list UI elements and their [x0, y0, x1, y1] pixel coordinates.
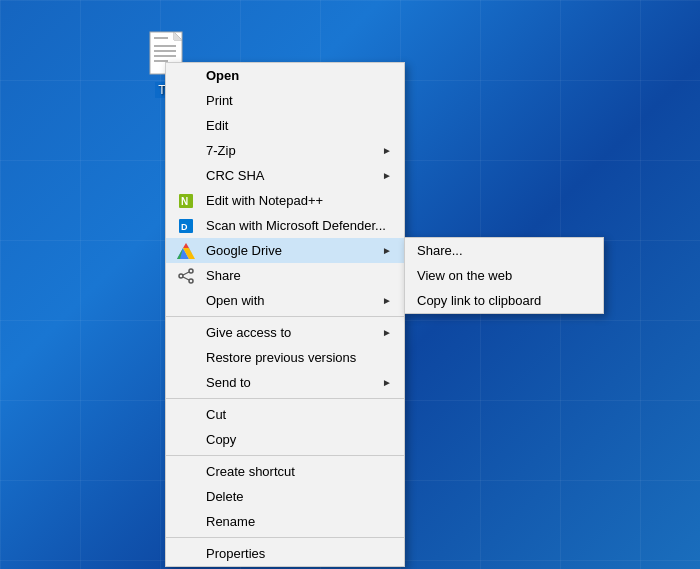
menu-item-7zip[interactable]: 7-Zip ► — [166, 138, 404, 163]
defender-icon: D — [176, 216, 196, 236]
menu-item-open-label: Open — [206, 68, 239, 83]
arrow-icon-7zip: ► — [382, 145, 392, 156]
arrow-icon-crcsha: ► — [382, 170, 392, 181]
menu-item-share-label: Share — [206, 268, 241, 283]
separator-1 — [166, 316, 404, 317]
menu-item-openwith-label: Open with — [206, 293, 265, 308]
arrow-icon-giveaccess: ► — [382, 327, 392, 338]
separator-4 — [166, 537, 404, 538]
submenu-item-share[interactable]: Share... — [405, 238, 603, 263]
menu-item-sendto[interactable]: Send to ► — [166, 370, 404, 395]
svg-point-20 — [189, 279, 193, 283]
menu-item-copy-label: Copy — [206, 432, 236, 447]
menu-item-edit-label: Edit — [206, 118, 228, 133]
svg-text:D: D — [181, 222, 188, 232]
share-icon — [176, 266, 196, 286]
menu-item-delete[interactable]: Delete — [166, 484, 404, 509]
menu-item-print-label: Print — [206, 93, 233, 108]
menu-item-cut[interactable]: Cut — [166, 402, 404, 427]
menu-item-giveaccess-label: Give access to — [206, 325, 291, 340]
notepadpp-icon: N — [176, 191, 196, 211]
menu-item-defender[interactable]: D Scan with Microsoft Defender... — [166, 213, 404, 238]
svg-point-18 — [189, 269, 193, 273]
svg-line-22 — [183, 277, 189, 280]
menu-item-share[interactable]: Share — [166, 263, 404, 288]
menu-item-createshortcut[interactable]: Create shortcut — [166, 459, 404, 484]
svg-line-21 — [183, 272, 189, 275]
menu-item-cut-label: Cut — [206, 407, 226, 422]
submenu-item-share-label: Share... — [417, 243, 463, 258]
submenu-item-viewweb-label: View on the web — [417, 268, 512, 283]
desktop: Tu... Open Print Edit 7-Zip ► CRC SHA ► … — [0, 0, 700, 569]
menu-item-defender-label: Scan with Microsoft Defender... — [206, 218, 386, 233]
menu-item-googledrive[interactable]: Google Drive ► Share... View on the web … — [166, 238, 404, 263]
menu-item-delete-label: Delete — [206, 489, 244, 504]
gdrive-icon — [176, 241, 196, 261]
submenu-item-viewweb[interactable]: View on the web — [405, 263, 603, 288]
submenu-item-copylink[interactable]: Copy link to clipboard — [405, 288, 603, 313]
menu-item-open[interactable]: Open — [166, 63, 404, 88]
svg-point-19 — [179, 274, 183, 278]
menu-item-7zip-label: 7-Zip — [206, 143, 236, 158]
menu-item-properties[interactable]: Properties — [166, 541, 404, 566]
context-menu: Open Print Edit 7-Zip ► CRC SHA ► N Edit… — [165, 62, 405, 567]
menu-item-properties-label: Properties — [206, 546, 265, 561]
svg-marker-16 — [183, 243, 189, 248]
menu-item-createshortcut-label: Create shortcut — [206, 464, 295, 479]
menu-item-copy[interactable]: Copy — [166, 427, 404, 452]
menu-item-notepadpp-label: Edit with Notepad++ — [206, 193, 323, 208]
arrow-icon-googledrive: ► — [382, 245, 392, 256]
menu-item-restore[interactable]: Restore previous versions — [166, 345, 404, 370]
menu-item-edit[interactable]: Edit — [166, 113, 404, 138]
arrow-icon-openwith: ► — [382, 295, 392, 306]
separator-2 — [166, 398, 404, 399]
gdrive-submenu: Share... View on the web Copy link to cl… — [404, 237, 604, 314]
menu-item-print[interactable]: Print — [166, 88, 404, 113]
menu-item-rename-label: Rename — [206, 514, 255, 529]
menu-item-googledrive-label: Google Drive — [206, 243, 282, 258]
menu-item-sendto-label: Send to — [206, 375, 251, 390]
submenu-item-copylink-label: Copy link to clipboard — [417, 293, 541, 308]
menu-item-openwith[interactable]: Open with ► — [166, 288, 404, 313]
menu-item-crcsha[interactable]: CRC SHA ► — [166, 163, 404, 188]
arrow-icon-sendto: ► — [382, 377, 392, 388]
menu-item-rename[interactable]: Rename — [166, 509, 404, 534]
menu-item-crcsha-label: CRC SHA — [206, 168, 265, 183]
menu-item-giveaccess[interactable]: Give access to ► — [166, 320, 404, 345]
svg-text:N: N — [181, 196, 188, 207]
menu-item-restore-label: Restore previous versions — [206, 350, 356, 365]
separator-3 — [166, 455, 404, 456]
menu-item-notepadpp[interactable]: N Edit with Notepad++ — [166, 188, 404, 213]
